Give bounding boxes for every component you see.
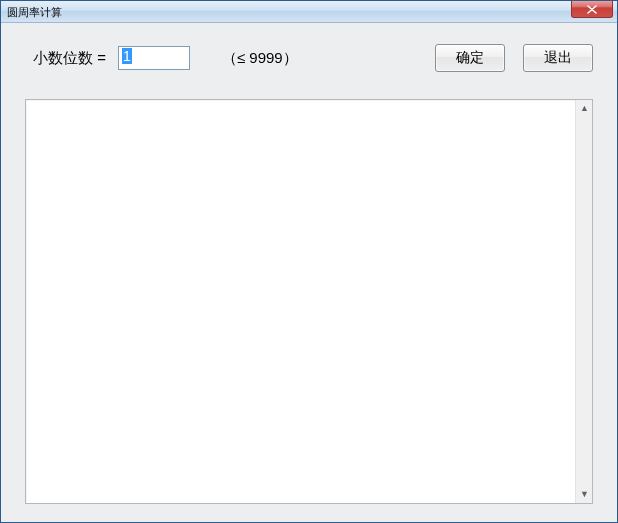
output-textarea[interactable] bbox=[26, 100, 575, 503]
digits-input-value: 1 bbox=[122, 48, 132, 64]
vertical-scrollbar[interactable]: ▲ ▼ bbox=[575, 100, 592, 503]
input-row: 小数位数 = 1 （≤ 9999） 确定 退出 bbox=[25, 41, 593, 75]
titlebar: 圆周率计算 bbox=[1, 1, 617, 23]
close-button[interactable] bbox=[571, 1, 613, 18]
digits-hint: （≤ 9999） bbox=[222, 49, 298, 68]
client-area: 小数位数 = 1 （≤ 9999） 确定 退出 ▲ ▼ bbox=[1, 23, 617, 522]
titlebar-buttons bbox=[571, 1, 617, 22]
exit-button-label: 退出 bbox=[544, 49, 572, 67]
output-panel: ▲ ▼ bbox=[25, 99, 593, 504]
digits-input[interactable]: 1 bbox=[118, 46, 190, 70]
ok-button[interactable]: 确定 bbox=[435, 44, 505, 72]
exit-button[interactable]: 退出 bbox=[523, 44, 593, 72]
scroll-down-arrow[interactable]: ▼ bbox=[576, 486, 593, 503]
digits-label: 小数位数 = bbox=[33, 49, 106, 68]
scroll-up-arrow[interactable]: ▲ bbox=[576, 100, 593, 117]
window-frame: 圆周率计算 小数位数 = 1 （≤ 9999） 确定 退出 bbox=[0, 0, 618, 523]
ok-button-label: 确定 bbox=[456, 49, 484, 67]
close-icon bbox=[587, 5, 597, 14]
chevron-up-icon: ▲ bbox=[580, 104, 589, 113]
window-title: 圆周率计算 bbox=[7, 1, 62, 23]
chevron-down-icon: ▼ bbox=[580, 490, 589, 499]
